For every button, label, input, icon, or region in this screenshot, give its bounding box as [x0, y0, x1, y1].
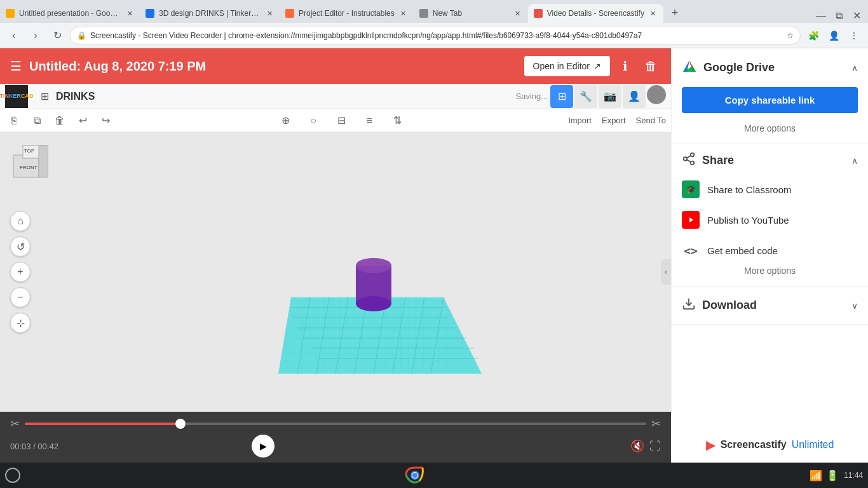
tab-3[interactable]: Project Editor - Instructables ✕	[280, 4, 414, 23]
viewport-cube: FRONT TOP	[10, 142, 48, 180]
import-button[interactable]: Import	[568, 116, 592, 125]
profile-icon[interactable]: 👤	[825, 27, 843, 44]
tinkercad-toolbar: TIN KER CAD ⊞ DRINKS Saving... ⊞ 🔧 📷 👤	[0, 84, 671, 109]
tk-view-3d-button[interactable]: ⊞	[550, 85, 573, 108]
tk-redo-icon[interactable]: ↪	[97, 112, 114, 130]
tinkercad-saving: Saving...	[515, 92, 548, 101]
tab-1[interactable]: Untitled presentation - Google S... ✕	[0, 4, 140, 23]
restore-button[interactable]: ⧉	[832, 10, 845, 22]
get-embed-code-item[interactable]: <> Get embed code	[672, 235, 868, 266]
panel-collapse-handle[interactable]: ‹	[661, 259, 671, 285]
svg-text:TOP: TOP	[24, 148, 34, 154]
video-title: Untitled: Aug 8, 2020 7:19 PM	[29, 59, 517, 74]
chrome-icon[interactable]	[405, 465, 425, 485]
tinkercad-right-tools: ⊞ 🔧 📷 👤	[550, 85, 666, 108]
tk-shape-icon[interactable]: ○	[304, 112, 322, 130]
tk-flip-icon[interactable]: ⇅	[388, 112, 406, 130]
share-to-classroom-item[interactable]: 🎓 Share to Classroom	[672, 174, 868, 205]
tab-4-close[interactable]: ✕	[513, 8, 523, 18]
tab-1-close[interactable]: ✕	[125, 8, 135, 18]
tk-camera-button[interactable]: 📷	[599, 85, 621, 108]
back-button[interactable]: ‹	[5, 27, 23, 44]
svg-point-28	[691, 153, 695, 157]
open-in-editor-button[interactable]: Open in Editor ↗	[524, 56, 611, 76]
tab-4-favicon	[419, 8, 429, 18]
more-menu-icon[interactable]: ⋮	[845, 27, 863, 44]
rotate-view-button[interactable]: ↺	[10, 236, 31, 257]
tab-1-favicon	[5, 8, 15, 18]
download-section: Download ∨	[672, 287, 868, 325]
tinkercad-area: TIN KER CAD ⊞ DRINKS Saving... ⊞ 🔧 📷 👤	[0, 84, 671, 412]
copy-shareable-link-button[interactable]: Copy shareable link	[682, 87, 858, 113]
progress-fill	[25, 423, 180, 425]
export-button[interactable]: Export	[602, 116, 626, 125]
progress-thumb[interactable]	[175, 419, 186, 429]
progress-track[interactable]	[25, 423, 646, 425]
tab-5-close[interactable]: ✕	[648, 8, 658, 18]
trim-start-icon[interactable]: ✂	[10, 417, 20, 431]
tab-3-close[interactable]: ✕	[398, 8, 409, 18]
svg-point-23	[356, 296, 391, 311]
fit-view-button[interactable]: ⊹	[10, 313, 31, 333]
svg-point-39	[412, 473, 417, 478]
tinkercad-viewport[interactable]: FRONT TOP ⌂ ↺ + − ⊹	[0, 132, 671, 412]
mute-icon[interactable]: 🔇	[630, 439, 644, 453]
tk-snap-icon[interactable]: ⊕	[276, 112, 294, 130]
tk-duplicate-icon[interactable]: ⧉	[28, 112, 46, 130]
share-to-classroom-label: Share to Classroom	[707, 184, 792, 195]
tab-5-favicon	[533, 8, 543, 18]
trim-end-icon[interactable]: ✂	[651, 417, 661, 431]
start-button[interactable]	[5, 468, 20, 483]
bookmark-icon[interactable]: ☆	[787, 31, 794, 40]
download-icon	[682, 297, 696, 314]
download-section-header[interactable]: Download ∨	[672, 287, 868, 324]
tab-2-close[interactable]: ✕	[264, 8, 275, 18]
tinkercad-brand: DRINKS	[56, 91, 95, 102]
share-title: Share	[702, 154, 734, 167]
google-drive-title: Google Drive	[703, 61, 775, 74]
tab-4[interactable]: New Tab ✕	[414, 4, 528, 23]
tinkercad-sub-toolbar: ⎘ ⧉ 🗑 ↩ ↪ ⊕ ○ ⊟ ≡ ⇅ Import	[0, 109, 671, 132]
taskbar: 📶 🔋 11:44	[0, 463, 868, 488]
info-icon[interactable]: ℹ	[615, 56, 635, 76]
home-view-button[interactable]: ⌂	[10, 211, 31, 231]
tk-account-button[interactable]: 👤	[623, 85, 646, 108]
zoom-in-button[interactable]: +	[10, 262, 31, 282]
tk-tools-button[interactable]: 🔧	[574, 85, 597, 108]
tk-undo-icon[interactable]: ↩	[74, 112, 92, 130]
hamburger-menu-icon[interactable]: ☰	[10, 58, 22, 74]
tab-2[interactable]: 3D design DRINKS | Tinkercad ✕	[140, 4, 280, 23]
google-drive-more-options-link[interactable]: More options	[672, 123, 868, 144]
battery-icon: 🔋	[826, 470, 839, 482]
taskbar-right: 📶 🔋 11:44	[810, 470, 863, 482]
scene-svg	[113, 158, 558, 386]
share-section-header[interactable]: Share ∧	[672, 144, 868, 174]
forward-button[interactable]: ›	[27, 27, 44, 44]
google-drive-title-group: Google Drive	[682, 58, 775, 77]
google-drive-section-header[interactable]: Google Drive ∧	[672, 48, 868, 87]
tk-grid-icon[interactable]: ⊞	[36, 88, 53, 105]
zoom-out-button[interactable]: −	[10, 287, 31, 308]
minimize-button[interactable]: —	[815, 10, 827, 22]
screencastify-logo-icon: ▶	[706, 437, 715, 452]
tk-copy-icon[interactable]: ⎘	[5, 112, 23, 130]
reload-button[interactable]: ↻	[48, 27, 66, 44]
tk-delete-icon[interactable]: 🗑	[51, 112, 69, 130]
tinkercad-top-actions: Import Export Send To	[568, 116, 666, 125]
svg-text:FRONT: FRONT	[20, 165, 37, 170]
publish-to-youtube-item[interactable]: Publish to YouTube	[672, 205, 868, 235]
tab-5[interactable]: Video Details - Screencastify ✕	[528, 4, 663, 23]
delete-icon[interactable]: 🗑	[641, 56, 661, 76]
address-box[interactable]: 🔒 Screencastify - Screen Video Recorder …	[70, 27, 801, 44]
network-icon: 📶	[810, 470, 822, 482]
new-tab-button[interactable]: +	[666, 4, 684, 22]
tk-align-icon[interactable]: ≡	[360, 112, 378, 130]
share-more-options-link[interactable]: More options	[672, 266, 868, 286]
fullscreen-icon[interactable]: ⛶	[649, 440, 661, 453]
play-button[interactable]: ▶	[252, 435, 275, 458]
share-section: Share ∧ 🎓 Share to Classroom	[672, 144, 868, 287]
close-button[interactable]: ✕	[850, 10, 863, 22]
send-to-button[interactable]: Send To	[636, 116, 666, 125]
extensions-icon[interactable]: 🧩	[804, 27, 822, 44]
tk-mirror-icon[interactable]: ⊟	[332, 112, 350, 130]
